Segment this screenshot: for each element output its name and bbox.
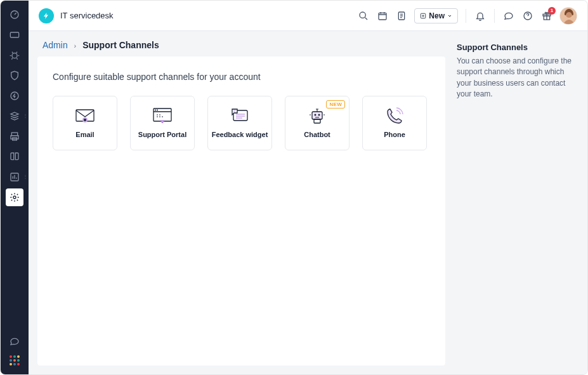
badge-count: 1 [548, 7, 556, 15]
nav-dashboard[interactable] [6, 6, 23, 23]
channel-card-portal[interactable]: Support Portal [130, 96, 195, 150]
search-icon [358, 11, 369, 21]
search-button[interactable] [357, 10, 370, 22]
bell-icon [475, 11, 485, 21]
plus-icon [420, 13, 426, 19]
speech-icon [10, 336, 20, 346]
new-button-label: New [429, 11, 445, 20]
app-switcher[interactable] [10, 355, 20, 365]
bolt-icon [42, 12, 50, 20]
channel-card-chatbot[interactable]: NEW Chatbot [285, 96, 350, 150]
topbar: IT servicedesk New [29, 1, 587, 31]
breadcrumb: Admin › Support Channels [29, 31, 454, 56]
whatsnew-button[interactable]: 1 [540, 10, 553, 22]
channel-card-email[interactable]: Email [53, 96, 117, 150]
nav-releases[interactable] [6, 87, 23, 105]
nav-changes[interactable] [6, 67, 23, 84]
nav-chat[interactable] [6, 332, 23, 350]
channel-card-feedback[interactable]: Feedback widget [207, 96, 272, 150]
info-column: Support Channels You can choose and conf… [454, 31, 587, 374]
avatar-image [560, 8, 577, 25]
channel-card-phone[interactable]: Phone [362, 96, 427, 150]
left-nav: ⋮ ⋮ [1, 1, 29, 374]
svg-point-23 [157, 110, 158, 111]
avatar[interactable] [559, 7, 577, 25]
card-label: Phone [384, 131, 405, 138]
brand-badge [39, 8, 54, 23]
card-label: Email [75, 131, 94, 138]
printer-icon [10, 131, 20, 141]
svg-rect-25 [312, 112, 322, 119]
card-label: Support Portal [138, 131, 186, 138]
portal-icon [153, 108, 172, 124]
nav-knowledge[interactable] [6, 148, 23, 166]
new-button[interactable]: New [414, 8, 458, 23]
phone-icon [385, 108, 404, 124]
card-label: Chatbot [304, 131, 330, 138]
svg-rect-1 [10, 32, 18, 37]
help-icon [523, 11, 533, 21]
nav-assets[interactable]: ⋮ [6, 107, 23, 125]
nav-more-indicator: ⋮ [23, 176, 27, 178]
bolt-icon [10, 91, 20, 101]
workspace-title: IT servicedesk [60, 11, 114, 20]
svg-rect-28 [314, 119, 320, 123]
feedback-button[interactable] [502, 10, 515, 22]
nav-solutions[interactable] [6, 128, 23, 145]
chevron-down-icon [447, 13, 452, 18]
chart-icon [10, 172, 20, 182]
svg-rect-21 [154, 109, 171, 121]
gear-icon [10, 192, 20, 202]
new-badge: NEW [326, 100, 345, 109]
calendar-button[interactable] [376, 10, 389, 22]
nav-more-indicator: ⋮ [23, 115, 27, 117]
info-title: Support Channels [457, 43, 576, 52]
divider [494, 9, 495, 23]
envelope-icon [75, 108, 95, 124]
notifications-button[interactable] [474, 10, 487, 22]
divider [466, 9, 466, 23]
bug-icon [10, 50, 20, 60]
svg-rect-10 [379, 13, 386, 20]
card-label: Feedback widget [212, 131, 268, 138]
ticket-icon [10, 31, 20, 39]
shield-icon [10, 70, 20, 81]
svg-point-22 [155, 110, 156, 111]
gauge-icon [10, 10, 20, 20]
svg-rect-4 [11, 133, 17, 136]
notes-button[interactable] [395, 10, 408, 22]
nav-reports[interactable]: ⋮ [6, 168, 23, 186]
nav-tickets[interactable] [6, 26, 23, 44]
notes-icon [396, 11, 407, 21]
chevron-right-icon: › [74, 42, 77, 49]
breadcrumb-root[interactable]: Admin [42, 40, 68, 50]
svg-point-27 [318, 114, 320, 116]
nav-admin[interactable] [6, 188, 23, 206]
info-text: You can choose and configure the support… [457, 56, 576, 100]
svg-point-20 [84, 119, 86, 121]
svg-point-9 [360, 12, 365, 18]
nav-problems[interactable] [6, 46, 23, 64]
svg-point-2 [12, 53, 17, 58]
help-button[interactable] [521, 10, 534, 22]
panel-description: Configure suitable support channels for … [53, 72, 430, 82]
svg-point-8 [13, 196, 16, 199]
robot-icon [308, 108, 327, 124]
svg-point-26 [315, 114, 317, 116]
speech-icon [504, 11, 514, 21]
feedback-icon [230, 108, 249, 124]
stack-icon [10, 111, 20, 121]
breadcrumb-current: Support Channels [82, 40, 159, 50]
calendar-icon [377, 11, 388, 21]
main-panel: Configure suitable support channels for … [37, 56, 445, 365]
book-icon [10, 152, 20, 162]
